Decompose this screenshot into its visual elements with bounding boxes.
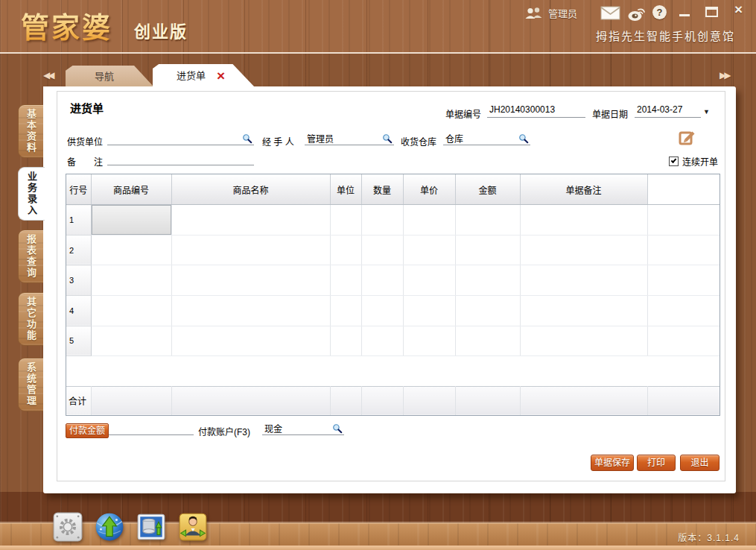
checkbox-icon[interactable]: [669, 157, 679, 166]
save-button[interactable]: 单据保存: [591, 455, 634, 471]
switch-user-icon[interactable]: [177, 511, 209, 543]
current-user-label: 管理员: [548, 6, 577, 20]
warehouse-field[interactable]: 仓库: [443, 132, 530, 145]
warehouse-search-icon[interactable]: [518, 133, 529, 144]
exit-button[interactable]: 退出: [680, 455, 720, 471]
grid-cell[interactable]: [361, 295, 403, 326]
grid-cell[interactable]: [361, 326, 403, 356]
close-button[interactable]: ×: [734, 1, 743, 18]
sidebar-item-other-functions[interactable]: 其它功能: [18, 292, 43, 346]
grid-cell[interactable]: [330, 235, 361, 265]
grid-cell[interactable]: [330, 265, 361, 296]
grid-cell[interactable]: [171, 295, 330, 326]
grid-cell[interactable]: [520, 295, 647, 326]
tab-scroll-left-icon[interactable]: ◀◀: [43, 70, 52, 80]
grid-cell[interactable]: [455, 295, 520, 326]
page-title: 进货单: [70, 100, 104, 116]
app-logo: 管家婆: [21, 4, 112, 45]
handler-search-icon[interactable]: [382, 133, 393, 144]
data-backup-icon[interactable]: [136, 511, 167, 543]
grid-cell[interactable]: [171, 235, 330, 265]
grid-cell[interactable]: [403, 295, 455, 326]
grid-cell[interactable]: [91, 235, 171, 265]
grid-cell[interactable]: [403, 326, 455, 356]
grid-cell[interactable]: [171, 326, 330, 356]
grid-cell[interactable]: [455, 205, 520, 236]
sidebar-item-label: 系统管理: [19, 358, 43, 411]
grid-cell[interactable]: [91, 326, 171, 356]
grid-cell[interactable]: [403, 235, 455, 265]
payment-account-value: 现金: [264, 424, 282, 434]
row-number-cell: 4: [66, 295, 91, 326]
remark-label: 备 注: [67, 155, 103, 168]
payment-account-field[interactable]: 现金: [262, 422, 344, 435]
grid-cell[interactable]: [361, 205, 403, 236]
grid-cell[interactable]: [403, 205, 455, 236]
sidebar-item-label: 其它功能: [19, 293, 43, 345]
grid-cell[interactable]: [647, 205, 720, 236]
grid-total-row: 合计: [66, 386, 720, 415]
tab-close-icon[interactable]: ×: [217, 65, 225, 86]
col-header-amount: 金额: [455, 174, 520, 205]
grid-cell[interactable]: [520, 235, 647, 265]
grid-cell[interactable]: [647, 235, 720, 265]
user-icon: [524, 7, 544, 20]
doc-date-field[interactable]: 2014-03-27: [635, 104, 701, 118]
supplier-field[interactable]: [107, 132, 254, 145]
payment-amount-field[interactable]: [109, 422, 194, 435]
grid-header-row: 行号 商品编号 商品名称 单位 数量 单价 金额 单据备注: [66, 174, 720, 205]
handler-field[interactable]: 管理员: [305, 132, 394, 145]
grid-cell[interactable]: [520, 326, 647, 356]
grid-cell[interactable]: [647, 295, 720, 326]
system-settings-icon[interactable]: [52, 511, 83, 543]
payment-amount-button[interactable]: 付款金额: [66, 423, 109, 438]
grid-cell[interactable]: [455, 265, 520, 296]
payment-account-search-icon[interactable]: [332, 423, 343, 434]
mail-icon[interactable]: [600, 6, 620, 20]
supplier-label: 供货单位: [67, 135, 103, 148]
grid-cell[interactable]: [403, 265, 455, 296]
weibo-icon[interactable]: [627, 5, 646, 22]
grid-cell[interactable]: [171, 205, 330, 236]
grid-cell[interactable]: [91, 295, 171, 326]
current-user-button[interactable]: 管理员: [524, 6, 577, 20]
grid-cell[interactable]: [361, 265, 403, 296]
grid-cell[interactable]: [91, 265, 171, 296]
minimize-button[interactable]: [679, 9, 690, 18]
sidebar-item-basic-data[interactable]: 基本资料: [18, 104, 43, 158]
row-number-cell: 5: [66, 326, 91, 356]
continuous-billing-checkbox[interactable]: 连续开单: [669, 155, 718, 168]
warehouse-label: 收货仓库: [401, 135, 436, 148]
grid-cell[interactable]: [520, 205, 647, 236]
grid-cell[interactable]: [455, 326, 520, 356]
handler-label: 经 手 人: [262, 135, 294, 148]
grid-cell[interactable]: [361, 235, 403, 265]
sidebar-item-report-query[interactable]: 报表查询: [18, 230, 43, 283]
grid-cell[interactable]: [330, 326, 361, 356]
tab-scroll-right-icon[interactable]: ▶▶: [720, 70, 728, 80]
remark-field[interactable]: [107, 152, 254, 165]
doc-no-field[interactable]: JH20140300013: [487, 104, 585, 118]
grid-cell[interactable]: [455, 235, 520, 265]
col-header-product-code: 商品编号: [91, 174, 171, 205]
grid-cell[interactable]: [520, 265, 647, 296]
edit-note-icon[interactable]: [679, 128, 696, 146]
grid-cell[interactable]: [647, 326, 720, 356]
maximize-button[interactable]: [705, 7, 718, 17]
grid-cell[interactable]: [647, 265, 720, 296]
grid-cell[interactable]: [330, 205, 361, 236]
supplier-search-icon[interactable]: [242, 133, 252, 144]
tab-purchase-order-label: 进货单: [177, 64, 206, 87]
date-dropdown-icon[interactable]: ▼: [703, 108, 710, 116]
online-upgrade-icon[interactable]: [94, 511, 125, 543]
sidebar-item-system-management[interactable]: 系统管理: [18, 358, 43, 411]
total-cell: [330, 386, 361, 415]
total-cell: [361, 386, 403, 415]
sidebar-item-business-entry[interactable]: 业务录入: [18, 167, 45, 221]
total-label: 合计: [66, 386, 91, 415]
grid-cell[interactable]: [330, 295, 361, 326]
grid-cell-selected[interactable]: [91, 205, 171, 236]
print-button[interactable]: 打印: [637, 455, 676, 471]
help-icon[interactable]: ?: [652, 5, 667, 19]
grid-cell[interactable]: [171, 265, 330, 296]
